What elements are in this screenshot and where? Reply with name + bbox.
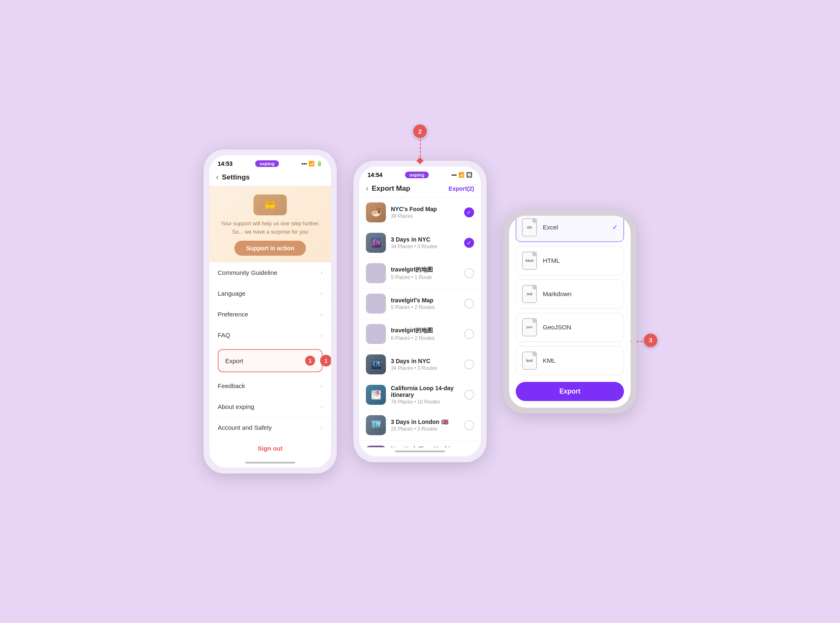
- map-info-3days-nyc: 3 Days in NYC 34 Places • 3 Routes: [391, 236, 464, 249]
- nav-bar-1: ‹ Settings: [209, 169, 331, 186]
- thumb-cali: 🌁: [366, 385, 386, 405]
- geojson-label: GeoJSON: [543, 324, 618, 331]
- export-option-html[interactable]: html HTML: [516, 246, 624, 275]
- chevron-icon: ›: [321, 424, 323, 431]
- map-item-travelgirl-3[interactable]: travelgirl的地图 6 Places • 2 Routes: [359, 319, 481, 349]
- export-action-2[interactable]: Export(2): [449, 185, 474, 192]
- kml-file-icon: kml: [522, 351, 537, 370]
- time-2: 14:54: [368, 172, 383, 178]
- phone3: 14:53 oxping ▪▪▪ 📶 🔋 ‹ Export Map Export…: [503, 210, 636, 414]
- map-item-nyc-food[interactable]: 🍜 NYC's Food Map 38 Places ✓: [359, 197, 481, 228]
- map-item-3days-nyc-2[interactable]: 🌃 3 Days in NYC 34 Places • 3 Routes: [359, 349, 481, 380]
- check-circle[interactable]: [464, 420, 474, 430]
- settings-item-about[interactable]: About exping ›: [209, 396, 331, 417]
- export-option-geojson[interactable]: json GeoJSON: [516, 313, 624, 342]
- map-meta: 6 Places • 2 Routes: [391, 335, 464, 341]
- map-info-nyc-food: NYC's Food Map 38 Places: [391, 206, 464, 219]
- export-badge: 1: [305, 356, 315, 366]
- check-circle[interactable]: [464, 359, 474, 369]
- back-button-1[interactable]: ‹: [216, 173, 219, 182]
- map-name: 3 Days in London 🇬🇧: [391, 419, 464, 425]
- settings-list: Community Guideline › Language › Prefere…: [209, 262, 331, 438]
- map-list-2: 🍜 NYC's Food Map 38 Places ✓ 🌆 3 Days in…: [359, 197, 481, 447]
- settings-item-export[interactable]: Export 1: [218, 349, 323, 372]
- map-info-timemachine: New York Time Machine: Then and N... 8 P…: [391, 446, 464, 447]
- back-button-2[interactable]: ‹: [366, 184, 368, 193]
- check-circle[interactable]: [464, 390, 474, 400]
- phone1-screen: 14:53 oxping ▪▪▪ 📶 🔋 ‹ Settings 🤲 Your: [209, 155, 331, 468]
- support-banner: 🤲 Your support will help us one step fur…: [209, 186, 331, 262]
- map-meta: 5 Places • 2 Routes: [391, 304, 464, 310]
- account-safety-label: Account and Safety: [218, 424, 272, 431]
- feedback-label: Feedback: [218, 382, 245, 389]
- map-item-california[interactable]: 🌁 California Loop 14-day itinerary 78 Pl…: [359, 380, 481, 410]
- map-meta: 34 Places • 3 Routes: [391, 244, 464, 249]
- settings-item-language[interactable]: Language ›: [209, 283, 331, 304]
- home-bar-1: [245, 462, 295, 464]
- map-name: California Loop 14-day itinerary: [391, 385, 464, 398]
- phone1-shell: 14:53 oxping ▪▪▪ 📶 🔋 ‹ Settings 🤲 Your: [204, 150, 337, 473]
- check-circle[interactable]: [464, 268, 474, 278]
- settings-item-preference[interactable]: Preference ›: [209, 304, 331, 325]
- chevron-icon: ›: [321, 311, 323, 318]
- export-button[interactable]: Export: [516, 382, 624, 401]
- markdown-label: Markdown: [543, 290, 618, 297]
- about-label: About exping: [218, 403, 254, 410]
- export-option-kml[interactable]: kml KML: [516, 346, 624, 375]
- export-option-excel[interactable]: xls Excel ✓: [516, 216, 624, 242]
- html-file-icon: html: [522, 252, 537, 270]
- status-bar-1: 14:53 oxping ▪▪▪ 📶 🔋: [209, 155, 331, 169]
- map-name: travelgirl的地图: [391, 327, 464, 334]
- faq-label: FAQ: [218, 331, 230, 339]
- map-item-timemachine[interactable]: 🏛️ New York Time Machine: Then and N... …: [359, 441, 481, 447]
- map-info-travelgirl-1: travelgirl的地图 5 Places • 1 Route: [391, 266, 464, 280]
- thumb-travel-3: [366, 324, 386, 344]
- banner-text: Your support will help us one step furth…: [216, 219, 324, 236]
- settings-title: Settings: [222, 173, 324, 182]
- nav-bar-2: ‹ Export Map Export(2): [359, 181, 481, 197]
- map-meta: 38 Places: [391, 213, 464, 219]
- settings-item-account[interactable]: Account and Safety ›: [209, 417, 331, 438]
- home-bar-2: [395, 451, 445, 452]
- excel-check-icon: ✓: [612, 223, 618, 231]
- kml-label: KML: [543, 357, 618, 364]
- geojson-file-icon: json: [522, 318, 537, 336]
- map-item-travelgirl-map[interactable]: travelgirl's Map 5 Places • 2 Routes: [359, 289, 481, 319]
- settings-item-faq[interactable]: FAQ ›: [209, 325, 331, 346]
- check-circle[interactable]: [464, 299, 474, 309]
- map-item-3days-nyc[interactable]: 🌆 3 Days in NYC 34 Places • 3 Routes ✓: [359, 228, 481, 258]
- support-in-action-button[interactable]: Support in action: [234, 241, 306, 256]
- time-1: 14:53: [218, 160, 233, 167]
- check-circle[interactable]: ✓: [464, 207, 474, 217]
- map-item-travelgirl-1[interactable]: travelgirl的地图 5 Places • 1 Route: [359, 258, 481, 289]
- annotation-badge-2: 2: [413, 125, 427, 138]
- chevron-icon: ›: [321, 383, 323, 389]
- map-item-london[interactable]: 🏙️ 3 Days in London 🇬🇧 25 Places • 3 Rou…: [359, 410, 481, 441]
- export-modal-sheet: Export as ✕ xls Excel ✓ html HTML: [509, 216, 631, 408]
- export-modal-overlay: Export as ✕ xls Excel ✓ html HTML: [509, 216, 631, 408]
- chevron-icon: ›: [321, 404, 323, 410]
- map-info-3days-nyc-2: 3 Days in NYC 34 Places • 3 Routes: [391, 358, 464, 371]
- map-meta: 78 Places • 10 Routes: [391, 399, 464, 405]
- check-circle[interactable]: ✓: [464, 238, 474, 248]
- sign-out-button[interactable]: Sign out: [209, 438, 331, 459]
- map-name: NYC's Food Map: [391, 206, 464, 212]
- thumb-timemachine: 🏛️: [366, 446, 386, 447]
- map-meta: 34 Places • 3 Routes: [391, 365, 464, 371]
- annotation-badge-3: 3: [644, 334, 657, 347]
- thumb-nyc-food: 🍜: [366, 202, 386, 222]
- check-circle[interactable]: [464, 329, 474, 339]
- excel-label: Excel: [543, 224, 612, 231]
- phone3-screen: 14:53 oxping ▪▪▪ 📶 🔋 ‹ Export Map Export…: [509, 216, 631, 408]
- chevron-icon: ›: [321, 332, 323, 339]
- settings-item-community[interactable]: Community Guideline ›: [209, 262, 331, 283]
- map-meta: 25 Places • 3 Routes: [391, 426, 464, 432]
- export-option-markdown[interactable]: md Markdown: [516, 279, 624, 309]
- html-label: HTML: [543, 257, 618, 264]
- chevron-icon: ›: [321, 269, 323, 276]
- settings-item-feedback[interactable]: Feedback ›: [209, 376, 331, 396]
- signal-icon-2: ▪▪▪: [451, 172, 457, 178]
- phone2-shell: 14:54 oxping ▪▪▪ 📶 🔲 ‹ Export Map Export…: [353, 161, 487, 462]
- wifi-icon-2: 📶: [458, 172, 465, 178]
- thumb-london: 🏙️: [366, 415, 386, 435]
